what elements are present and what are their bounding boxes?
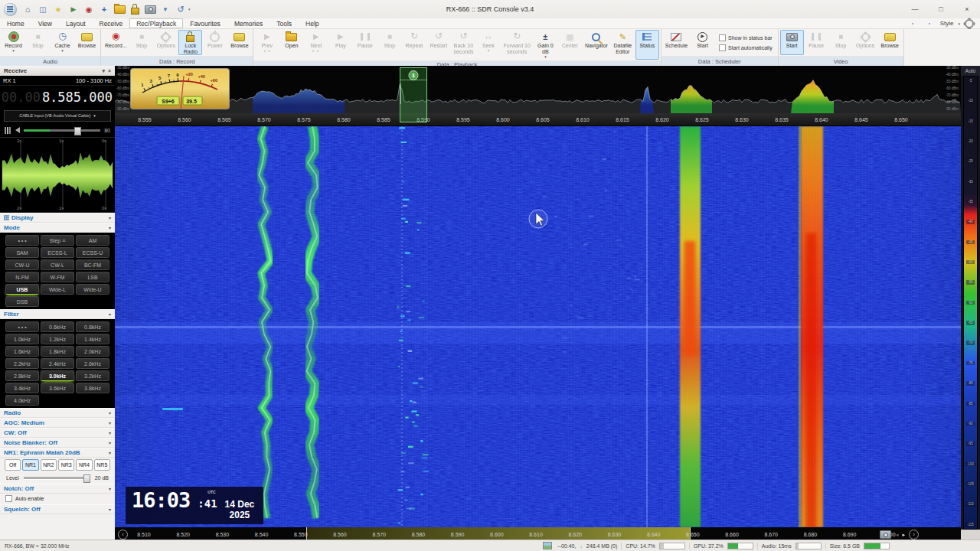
cw-header[interactable]: CW: Off bbox=[0, 428, 115, 438]
filter-1.4khz-button[interactable]: 1.4kHz bbox=[76, 334, 109, 344]
ribbon-browse-button[interactable]: Browse bbox=[75, 30, 99, 55]
filter-3.4khz-button[interactable]: 3.4kHz bbox=[5, 383, 39, 393]
noise-blanker-header[interactable]: Noise Blanker: Off bbox=[0, 438, 115, 448]
filter-1.8khz-button[interactable]: 1.8kHz bbox=[41, 346, 74, 357]
nr-header[interactable]: NR1: Ephraim Malah 20dB bbox=[0, 448, 115, 458]
ribbon-start-button[interactable]: Start bbox=[691, 30, 714, 55]
band-navigator[interactable]: 8.5108.5208.5308.5408.5508.5608.5708.580… bbox=[115, 527, 961, 541]
ribbon-record...-button[interactable]: Record... bbox=[103, 30, 129, 55]
mode-step-button[interactable]: Step ≡ bbox=[41, 235, 74, 246]
notch-header[interactable]: Notch: Off bbox=[0, 484, 115, 494]
monitor-icon[interactable] bbox=[906, 23, 919, 24]
ribbon-browse-button[interactable]: Browse bbox=[227, 30, 251, 55]
mode-n-fm-button[interactable]: N-FM bbox=[5, 272, 39, 282]
auto-enable-row[interactable]: Auto enable bbox=[0, 494, 115, 504]
menu-rec-playback[interactable]: Rec/Playback bbox=[129, 18, 183, 28]
maximize-button[interactable]: □ bbox=[928, 0, 954, 18]
filter-0.6khz-button[interactable]: 0.6kHz bbox=[41, 321, 74, 332]
menu-favourites[interactable]: Favourites bbox=[183, 18, 227, 28]
play-icon[interactable] bbox=[67, 5, 80, 15]
mode-sam-button[interactable]: SAM bbox=[5, 247, 39, 258]
mode-lsb-button[interactable]: LSB bbox=[76, 272, 109, 282]
filter-3.2khz-button[interactable]: 3.2kHz bbox=[76, 370, 109, 381]
ribbon-gain-0-db-button[interactable]: Gain 0dB▾ bbox=[534, 30, 557, 60]
nav-arrow-left-icon[interactable]: ◂ bbox=[896, 532, 899, 538]
filter-1.0khz-button[interactable]: 1.0kHz bbox=[5, 334, 39, 344]
mode-cw-l-button[interactable]: CW-L bbox=[41, 259, 74, 270]
snapshot-camera-icon[interactable] bbox=[880, 530, 892, 539]
filter-3.8khz-button[interactable]: 3.8kHz bbox=[76, 383, 109, 393]
filter-1.2khz-button[interactable]: 1.2kHz bbox=[41, 334, 74, 344]
minimize-button[interactable]: — bbox=[902, 0, 928, 18]
filter-0.8khz-button[interactable]: 0.8kHz bbox=[76, 321, 109, 332]
ribbon-cache-button[interactable]: Cache▾ bbox=[51, 30, 74, 55]
checkbox-show-in-status-bar[interactable]: Show in status bar bbox=[719, 34, 773, 41]
filter-2.6khz-button[interactable]: 2.6kHz bbox=[76, 358, 109, 369]
filter-2.0khz-button[interactable]: 2.0kHz bbox=[76, 346, 109, 357]
waterfall-display[interactable]: 16:03 UTC :41 14 Dec 2025 bbox=[115, 126, 961, 527]
filter-section-header[interactable]: Filter bbox=[0, 309, 115, 319]
mode-am-button[interactable]: AM bbox=[76, 235, 109, 246]
mode-w-fm-button[interactable]: W-FM bbox=[41, 272, 74, 282]
squelch-header[interactable]: Squelch: Off bbox=[0, 504, 115, 514]
filter--button[interactable]: • • • bbox=[5, 321, 39, 332]
undo-icon[interactable] bbox=[175, 5, 187, 15]
frequency-display[interactable]: 00.00 8.585.000 bbox=[0, 86, 115, 108]
mode-usb-button[interactable]: USB bbox=[5, 284, 39, 295]
nr-nr2-button[interactable]: NR2 bbox=[41, 459, 57, 471]
menu-memories[interactable]: Memories bbox=[227, 18, 270, 28]
volume-slider[interactable] bbox=[24, 129, 100, 132]
add-icon[interactable] bbox=[98, 5, 110, 15]
menu-view[interactable]: View bbox=[31, 18, 59, 28]
mode--button[interactable]: • • • bbox=[5, 235, 39, 246]
mode-section-header[interactable]: Mode bbox=[0, 223, 115, 233]
ribbon-open-button[interactable]: Open bbox=[279, 30, 303, 60]
camera-icon[interactable] bbox=[144, 5, 156, 15]
menu-tools[interactable]: Tools bbox=[270, 18, 299, 28]
spectrum-display[interactable]: 13579+20+40+60S9+639.5↕ -30 dBm-40 dBm-5… bbox=[115, 66, 961, 113]
audio-scope[interactable]: 2s2s1s1s0s0s bbox=[0, 137, 115, 213]
home-icon[interactable] bbox=[21, 5, 34, 15]
close-button[interactable]: × bbox=[954, 0, 980, 18]
nr-off-button[interactable]: Off bbox=[5, 459, 21, 471]
radio-section-header[interactable]: Radio bbox=[0, 408, 115, 418]
mode-ecss-l-button[interactable]: ECSS-L bbox=[41, 247, 74, 258]
mode-wide-u-button[interactable]: Wide-U bbox=[76, 284, 109, 295]
nr-nr1-button[interactable]: NR1 bbox=[22, 459, 38, 471]
filter-3.6khz-button[interactable]: 3.6kHz bbox=[41, 383, 74, 393]
star-icon[interactable] bbox=[52, 5, 64, 15]
level-slider[interactable] bbox=[24, 477, 90, 480]
record-icon[interactable] bbox=[83, 5, 95, 15]
folder-icon[interactable] bbox=[113, 5, 126, 15]
rx-marker-badge[interactable]: 1 bbox=[409, 70, 419, 80]
nr-nr5-button[interactable]: NR5 bbox=[94, 459, 110, 471]
colorbar-auto-button[interactable]: Auto bbox=[961, 66, 980, 76]
ribbon-schedule-button[interactable]: Schedule bbox=[663, 30, 690, 55]
colorbar-gradient[interactable]: -5-10-15-20-25-30-35-40-45-50-55-60-65-7… bbox=[963, 76, 978, 530]
nav-arrow-right-icon[interactable]: ▸ bbox=[902, 532, 905, 538]
level-thumb[interactable] bbox=[83, 474, 90, 483]
mode-dsb-button[interactable]: DSB bbox=[5, 296, 39, 307]
spectrum-frequency-scale[interactable]: 8.5558.5608.5658.5708.5758.5808.5858.590… bbox=[115, 113, 961, 126]
nr-nr3-button[interactable]: NR3 bbox=[58, 459, 74, 471]
nav-scroll-right-icon[interactable] bbox=[909, 530, 919, 540]
mode-ecss-u-button[interactable]: ECSS-U bbox=[76, 247, 109, 258]
filter-2.2khz-button[interactable]: 2.2kHz bbox=[5, 358, 39, 369]
quick-access-caret-icon[interactable]: ▾ bbox=[188, 7, 191, 11]
nav-scroll-left-icon[interactable] bbox=[118, 530, 128, 540]
filter-1.6khz-button[interactable]: 1.6kHz bbox=[5, 346, 39, 357]
users-icon[interactable] bbox=[37, 5, 49, 15]
style-selector[interactable]: Style bbox=[940, 20, 954, 27]
audio-device-select[interactable]: CABLE Input (VB-Audio Virtual Cable) ▾ bbox=[4, 110, 111, 122]
menu-home[interactable]: Home bbox=[0, 18, 31, 28]
ribbon-status-button[interactable]: Status bbox=[635, 30, 659, 60]
ribbon-lock-radio-button[interactable]: LockRadio bbox=[178, 30, 202, 55]
collapse-icon[interactable]: ▾ bbox=[102, 68, 105, 74]
monitor-icon[interactable] bbox=[923, 23, 936, 24]
checkbox-start-automatically[interactable]: Start automatically bbox=[719, 44, 773, 51]
ribbon-browse-button[interactable]: Browse bbox=[878, 30, 902, 55]
display-section-header[interactable]: Display bbox=[0, 213, 115, 223]
filter-2.4khz-button[interactable]: 2.4kHz bbox=[41, 358, 74, 369]
ribbon-datafile-editor-button[interactable]: DatafileEditor bbox=[611, 30, 635, 60]
filter-3.0khz-button[interactable]: 3.0kHz bbox=[41, 370, 74, 381]
